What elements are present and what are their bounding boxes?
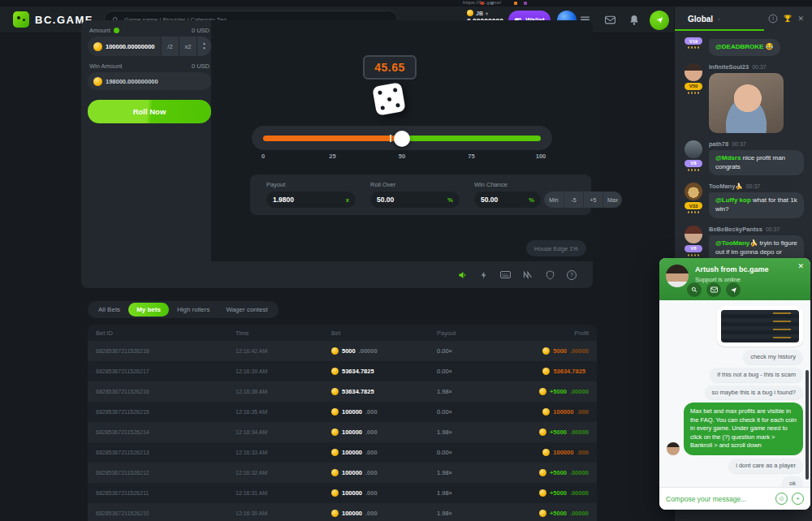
amount-usd: 0 USD bbox=[192, 27, 209, 34]
slider-track[interactable] bbox=[263, 136, 541, 141]
browser-extension-icon[interactable] bbox=[490, 2, 494, 5]
bet-payout: 0.00× bbox=[437, 449, 522, 456]
avatar bbox=[685, 140, 702, 158]
level-badge: V8 bbox=[685, 160, 702, 167]
hotkeys-icon[interactable] bbox=[500, 270, 511, 279]
support-agent-message: Max bet and max profits are visible in t… bbox=[684, 403, 803, 455]
half-bet-button[interactable]: /2 bbox=[161, 37, 179, 56]
minus-5-button[interactable]: -5 bbox=[564, 192, 583, 208]
support-close-icon[interactable]: ✕ bbox=[797, 262, 804, 270]
chat-message: V19 @DEADBROKE 😂 bbox=[683, 37, 804, 56]
bet-amount-field[interactable]: 100000.00000000 /2 x2 ▲▼ bbox=[88, 37, 211, 56]
plus-5-button[interactable]: +5 bbox=[583, 192, 603, 208]
table-row[interactable]: 68285367211526214 12:16:34 AM 100000.000… bbox=[88, 422, 597, 442]
browser-extension-icon[interactable] bbox=[524, 2, 527, 5]
username[interactable]: BeBeBeckyPantss bbox=[709, 226, 762, 233]
tab-all-bets[interactable]: All Bets bbox=[90, 303, 128, 316]
chat-header: Global › i ✕ bbox=[675, 6, 812, 31]
support-messages: check my history if this not a bug - thi… bbox=[659, 300, 810, 487]
trophy-icon[interactable] bbox=[783, 14, 793, 24]
col-payout: Payout bbox=[437, 329, 522, 337]
coin-icon bbox=[542, 408, 550, 416]
bet-amount: 53634.7825 bbox=[331, 388, 437, 395]
messages-icon[interactable] bbox=[605, 15, 615, 24]
bet-profit: 5000.00000 bbox=[522, 347, 589, 355]
roll-now-button[interactable]: Roll Now bbox=[88, 100, 211, 123]
bet-time: 12:16:42 AM bbox=[235, 348, 331, 354]
chat-panel-icon[interactable] bbox=[650, 11, 669, 30]
chat-image[interactable] bbox=[709, 73, 784, 133]
bet-payout: 0.00× bbox=[437, 347, 522, 355]
rollover-field[interactable]: 50.00 % bbox=[370, 192, 460, 208]
chat-room-selector[interactable]: Global bbox=[688, 15, 713, 24]
tab-my-bets[interactable]: My bets bbox=[128, 303, 169, 316]
win-amount-label: Win Amount bbox=[89, 62, 122, 70]
bet-id: 68285367211526218 bbox=[96, 348, 235, 354]
slider-label: 25 bbox=[329, 153, 335, 160]
notifications-icon[interactable] bbox=[629, 15, 639, 25]
avatar bbox=[685, 226, 702, 243]
table-row[interactable]: 68285367211526218 12:16:42 AM 5000.00000… bbox=[88, 341, 597, 361]
table-row[interactable]: 68285367211526216 12:16:38 AM 53634.7825… bbox=[88, 381, 597, 402]
bet-profit: 53634.7825 bbox=[522, 368, 589, 375]
support-email-icon[interactable] bbox=[706, 282, 721, 297]
message-bubble: @Luffy kop what for that 1k win? bbox=[709, 192, 804, 218]
level-dots bbox=[687, 169, 700, 171]
support-image-message[interactable] bbox=[717, 306, 803, 347]
username[interactable]: path78 bbox=[709, 140, 728, 148]
help-icon[interactable]: ? bbox=[567, 270, 577, 280]
fairness-shield-icon[interactable] bbox=[546, 270, 555, 280]
browser-extension-icon[interactable] bbox=[514, 2, 517, 5]
support-telegram-icon[interactable] bbox=[726, 282, 741, 297]
table-row[interactable]: 68285367211526210 12:16:30 AM 100000.000… bbox=[88, 503, 597, 521]
chevron-right-icon: › bbox=[718, 16, 719, 21]
username[interactable]: TooMany🍌 bbox=[709, 183, 743, 190]
stepper-down-icon[interactable]: ▼ bbox=[202, 47, 205, 51]
min-button[interactable]: Min bbox=[544, 192, 564, 208]
attach-icon[interactable]: + bbox=[792, 493, 804, 505]
table-row[interactable]: 68285367211526217 12:16:39 AM 53634.7825… bbox=[88, 361, 597, 381]
support-user-message: so maybe this is a bug i found? bbox=[705, 385, 803, 400]
roll-slider[interactable] bbox=[252, 126, 552, 150]
max-button[interactable]: Max bbox=[603, 192, 622, 208]
currency-toggle-icon[interactable] bbox=[114, 28, 119, 33]
tab-wager-contest[interactable]: Wager contest bbox=[218, 303, 275, 316]
support-search-icon[interactable] bbox=[687, 282, 702, 297]
bet-time: 12:16:34 AM bbox=[235, 429, 331, 435]
compose-input[interactable] bbox=[666, 495, 771, 503]
payout-field[interactable]: 1.9800 x bbox=[266, 192, 356, 208]
bet-amount-value: 100000.00000000 bbox=[106, 43, 154, 50]
stepper-up-icon[interactable]: ▲ bbox=[202, 42, 205, 46]
support-scrollbar[interactable] bbox=[806, 370, 809, 480]
emoji-icon[interactable]: ☺ bbox=[775, 493, 788, 505]
quick-bet-icon[interactable] bbox=[480, 270, 488, 280]
sound-icon[interactable] bbox=[458, 270, 468, 280]
chat-close-icon[interactable]: ✕ bbox=[797, 15, 804, 23]
tab-high-rollers[interactable]: High rollers bbox=[169, 303, 218, 316]
table-row[interactable]: 68285367211526215 12:16:35 AM 100000.000… bbox=[88, 402, 597, 422]
amount-stepper[interactable]: ▲▼ bbox=[197, 37, 211, 56]
username[interactable]: InfiniteSoul23 bbox=[709, 63, 749, 71]
level-badge: V8 bbox=[685, 245, 702, 252]
double-bet-button[interactable]: x2 bbox=[179, 37, 197, 56]
coin-icon bbox=[542, 347, 550, 355]
table-row[interactable]: 68285367211526212 12:16:32 AM 100000.000… bbox=[88, 463, 597, 483]
support-agent-message-row: Max bet and max profits are visible in t… bbox=[667, 403, 803, 455]
roll-result: 45.65 bbox=[363, 55, 417, 80]
trends-icon[interactable] bbox=[523, 270, 533, 279]
chat-rules-icon[interactable]: i bbox=[769, 15, 778, 24]
bet-id: 68285367211526217 bbox=[96, 368, 235, 374]
bet-amount: 100000.000 bbox=[331, 469, 437, 476]
avatar bbox=[685, 183, 702, 200]
col-bet-id: Bet ID bbox=[96, 329, 235, 337]
table-row[interactable]: 68285367211526213 12:16:33 AM 100000.000… bbox=[88, 442, 597, 463]
slider-handle[interactable] bbox=[394, 131, 410, 147]
browser-extension-icon[interactable] bbox=[481, 2, 484, 5]
slider-label: 75 bbox=[468, 153, 474, 160]
bet-time: 12:16:32 AM bbox=[235, 470, 331, 476]
bet-payout: 0.00× bbox=[437, 408, 522, 416]
winchance-field[interactable]: 50.00 % bbox=[474, 192, 541, 208]
bet-id: 68285367211526211 bbox=[96, 490, 235, 496]
bet-profit: +5000.00000 bbox=[522, 428, 589, 436]
table-row[interactable]: 68285367211526211 12:16:31 AM 100000.000… bbox=[88, 483, 597, 503]
